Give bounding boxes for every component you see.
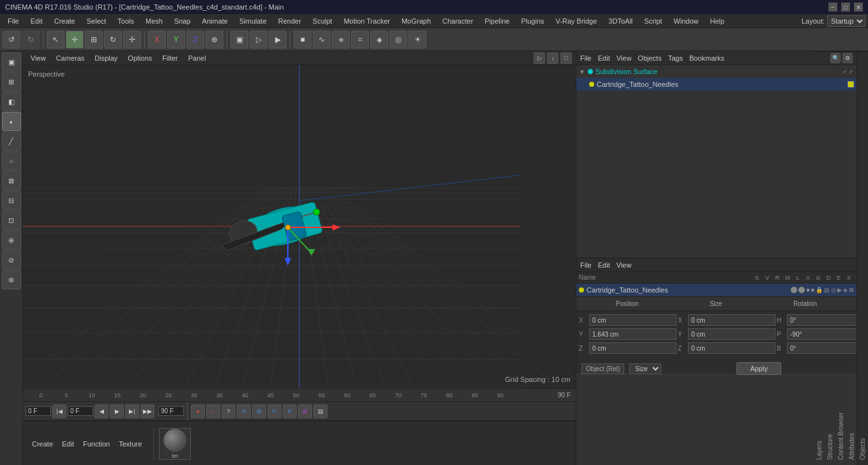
- vp-btn-3[interactable]: □: [560, 52, 572, 64]
- mat-create-menu[interactable]: Create: [28, 439, 57, 449]
- rotate-key-button[interactable]: ↻: [267, 404, 281, 418]
- menu-character[interactable]: Character: [437, 16, 478, 26]
- camera-button[interactable]: ◎: [389, 31, 407, 49]
- pos-key-button[interactable]: P: [283, 404, 297, 418]
- coord-x-pos-input[interactable]: [589, 314, 677, 326]
- menu-window[interactable]: Window: [668, 16, 703, 26]
- deformer-button[interactable]: ⌗: [351, 31, 369, 49]
- rotate-tool-button[interactable]: ↻: [104, 31, 122, 49]
- apply-button[interactable]: Apply: [737, 362, 781, 375]
- far-tab-attributes[interactable]: Attributes: [846, 51, 857, 465]
- play-button[interactable]: ▶: [110, 404, 124, 418]
- layout-dropdown[interactable]: Startup: [827, 15, 865, 27]
- mesh-mode-button[interactable]: ⊞: [2, 72, 21, 91]
- coord-system-button[interactable]: ⊕: [206, 31, 223, 49]
- menu-edit[interactable]: Edit: [26, 16, 48, 26]
- point-mode-button[interactable]: ⬧: [2, 112, 21, 131]
- scale-key-button[interactable]: ⊞: [252, 404, 266, 418]
- menu-file[interactable]: File: [3, 16, 24, 26]
- obj-edit-menu[interactable]: Edit: [598, 54, 610, 62]
- workplane-button[interactable]: ⊟: [2, 191, 21, 210]
- maximize-button[interactable]: □: [841, 3, 850, 11]
- redo-button[interactable]: ↻: [22, 31, 40, 49]
- scale-tool-button[interactable]: ⊞: [85, 31, 103, 49]
- far-tab-layers[interactable]: Layers: [814, 51, 825, 465]
- all-key-button[interactable]: ⊞: [298, 404, 312, 418]
- snapping-button[interactable]: ⊡: [2, 211, 21, 230]
- nurbs-button[interactable]: ⎈: [332, 31, 350, 49]
- vp-menu-panel[interactable]: Panel: [184, 53, 210, 63]
- material-thumbnail[interactable]: tm: [159, 428, 191, 460]
- model-mode-button[interactable]: ▣: [2, 52, 21, 72]
- light-button[interactable]: ☀: [408, 31, 426, 49]
- vp-btn-1[interactable]: ▷: [534, 52, 545, 64]
- key-settings-button[interactable]: ?: [221, 404, 236, 418]
- y-axis-button[interactable]: Y: [167, 31, 185, 49]
- menu-help[interactable]: Help: [705, 16, 730, 26]
- x-axis-button[interactable]: X: [148, 31, 166, 49]
- vp-menu-filter[interactable]: Filter: [158, 53, 181, 63]
- menu-simulate[interactable]: Simulate: [234, 16, 272, 26]
- obj2-edit-menu[interactable]: Edit: [598, 261, 610, 269]
- obj-objects-menu[interactable]: Objects: [638, 54, 661, 62]
- obj2-file-menu[interactable]: File: [580, 261, 592, 269]
- record-button[interactable]: ●: [191, 404, 205, 418]
- menu-plugins[interactable]: Plugins: [516, 16, 549, 26]
- menu-mesh[interactable]: Mesh: [140, 16, 168, 26]
- far-tab-structure[interactable]: Structure: [825, 51, 835, 465]
- z-axis-button[interactable]: Z: [186, 31, 204, 49]
- spline-button[interactable]: ∿: [313, 31, 331, 49]
- mat-texture-menu[interactable]: Texture: [115, 439, 146, 449]
- texture-mode-button[interactable]: ⊠: [2, 171, 21, 190]
- current-frame-input[interactable]: [68, 406, 93, 416]
- vp-menu-view[interactable]: View: [27, 53, 50, 63]
- vp-menu-cameras[interactable]: Cameras: [52, 53, 89, 63]
- polygon-mode-button[interactable]: ◧: [2, 92, 21, 111]
- obj-bookmarks-menu[interactable]: Bookmarks: [689, 54, 724, 62]
- edge-mode-button[interactable]: ╱: [2, 132, 21, 151]
- step-forward-button[interactable]: ▶|: [125, 404, 139, 418]
- menu-tools[interactable]: Tools: [112, 16, 139, 26]
- menu-render[interactable]: Render: [273, 16, 306, 26]
- prev-keyframe-button[interactable]: |◀: [52, 404, 66, 418]
- vp-menu-options[interactable]: Options: [124, 53, 156, 63]
- select-tool-button[interactable]: ↖: [47, 31, 64, 49]
- coord-z-size-input[interactable]: [688, 342, 775, 354]
- viewport-solo-button[interactable]: ▣: [230, 31, 248, 49]
- keyframe-panel-button[interactable]: ▤: [313, 404, 327, 418]
- minimize-button[interactable]: −: [828, 3, 837, 11]
- obj-tags-menu[interactable]: Tags: [668, 54, 683, 62]
- cube-button[interactable]: ■: [294, 31, 311, 49]
- coord-y-pos-input[interactable]: [589, 328, 677, 340]
- menu-motion-tracker[interactable]: Motion Tracker: [338, 16, 395, 26]
- start-frame-input[interactable]: [26, 406, 51, 416]
- menu-pipeline[interactable]: Pipeline: [479, 16, 514, 26]
- vp-btn-2[interactable]: ↓: [547, 52, 558, 64]
- size-dropdown[interactable]: Size: [629, 363, 661, 374]
- move-key-button[interactable]: ✛: [237, 404, 251, 418]
- vp-menu-display[interactable]: Display: [91, 53, 121, 63]
- mat-function-menu[interactable]: Function: [79, 439, 114, 449]
- obj-file-menu[interactable]: File: [580, 54, 592, 62]
- menu-script[interactable]: Script: [639, 16, 667, 26]
- menu-select[interactable]: Select: [82, 16, 112, 26]
- step-back-button[interactable]: ◀: [94, 404, 108, 418]
- object-mode-button[interactable]: ○: [2, 151, 21, 171]
- timeline-ruler[interactable]: 051015202530354045505560657075808590 90 …: [23, 389, 576, 402]
- knife-tool-button[interactable]: ⊘: [2, 250, 21, 270]
- far-tab-content-browser[interactable]: Content Browser: [835, 51, 846, 465]
- menu-snap[interactable]: Snap: [169, 16, 196, 26]
- menu-create[interactable]: Create: [49, 16, 80, 26]
- coord-y-size-input[interactable]: [688, 328, 775, 340]
- scene-button[interactable]: ◈: [370, 31, 388, 49]
- render-region-button[interactable]: ▷: [250, 31, 267, 49]
- coord-z-pos-input[interactable]: [589, 342, 677, 354]
- menu-animate[interactable]: Animate: [197, 16, 233, 26]
- paint-button[interactable]: ⊛: [2, 270, 21, 289]
- menu-v-ray-bridge[interactable]: V-Ray Bridge: [551, 16, 602, 26]
- autokey-button[interactable]: ○: [206, 404, 220, 418]
- render-button[interactable]: ▶: [269, 31, 287, 49]
- transform-button[interactable]: ✢: [123, 31, 141, 49]
- menu-3dtoall[interactable]: 3DToAll: [603, 16, 638, 26]
- next-keyframe-button[interactable]: ▶▶: [140, 404, 154, 418]
